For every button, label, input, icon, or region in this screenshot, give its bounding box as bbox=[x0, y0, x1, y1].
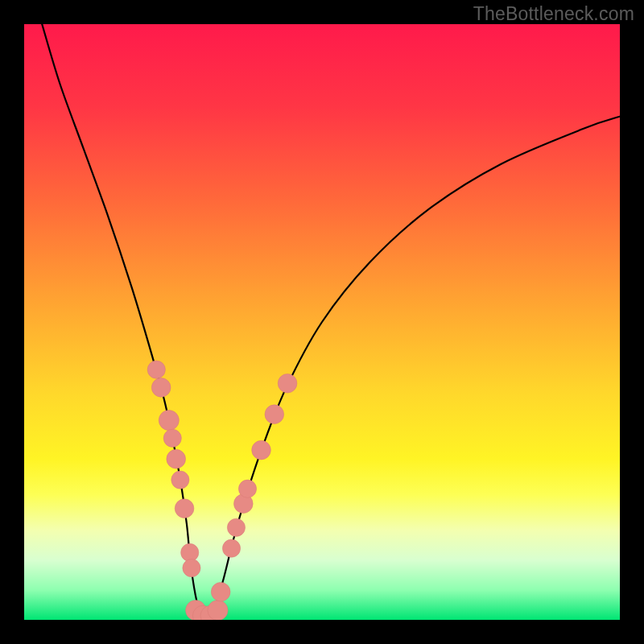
outer-frame: TheBottleneck.com bbox=[0, 0, 644, 644]
curve-layer bbox=[24, 24, 620, 620]
data-marker bbox=[208, 601, 228, 620]
data-marker bbox=[171, 471, 189, 489]
data-marker bbox=[163, 429, 181, 447]
data-marker bbox=[151, 378, 171, 398]
data-marker bbox=[265, 405, 284, 424]
data-marker bbox=[211, 582, 230, 601]
data-marker bbox=[159, 411, 179, 431]
plot-area bbox=[24, 24, 620, 620]
data-marker bbox=[167, 449, 186, 469]
data-marker bbox=[147, 361, 165, 378]
bottleneck-curve-path bbox=[42, 24, 620, 618]
watermark-text: TheBottleneck.com bbox=[473, 3, 634, 25]
data-marker bbox=[183, 559, 200, 577]
data-marker bbox=[238, 480, 256, 497]
data-marker bbox=[252, 440, 271, 460]
data-marker bbox=[222, 539, 240, 557]
data-marker bbox=[175, 499, 194, 518]
data-marker bbox=[181, 543, 199, 561]
data-marker bbox=[227, 518, 245, 536]
data-marker bbox=[278, 374, 297, 393]
